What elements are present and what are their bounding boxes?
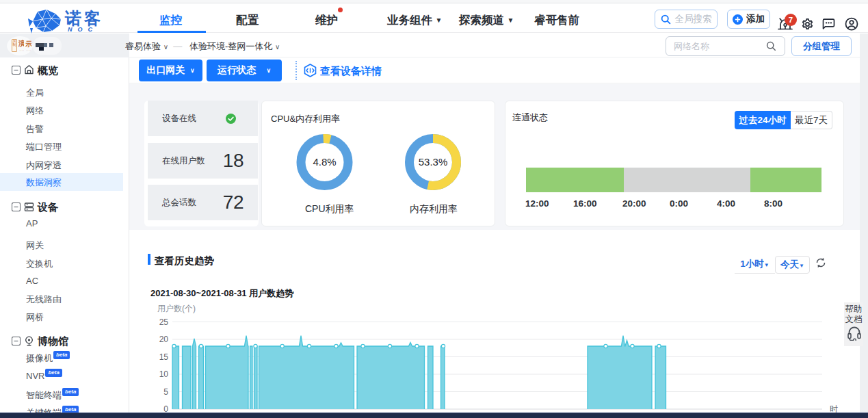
svg-text:10: 10 xyxy=(159,369,169,379)
svg-text:0: 0 xyxy=(163,404,168,413)
svg-text:时: 时 xyxy=(830,404,838,413)
svg-text:25: 25 xyxy=(159,317,169,327)
svg-text:5: 5 xyxy=(163,387,168,397)
svg-text:20: 20 xyxy=(159,335,169,344)
svg-text:4.8%: 4.8% xyxy=(313,156,336,168)
svg-text:15: 15 xyxy=(159,352,169,362)
svg-text:53.3%: 53.3% xyxy=(419,156,448,168)
